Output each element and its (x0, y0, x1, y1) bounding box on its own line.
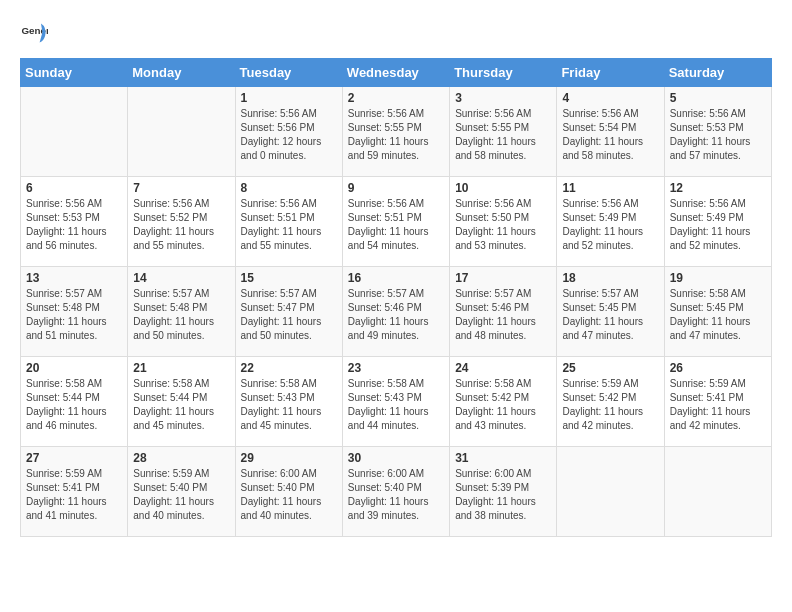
day-number: 8 (241, 181, 337, 195)
day-number: 5 (670, 91, 766, 105)
calendar-cell: 29Sunrise: 6:00 AM Sunset: 5:40 PM Dayli… (235, 447, 342, 537)
cell-info: Sunrise: 6:00 AM Sunset: 5:39 PM Dayligh… (455, 467, 551, 523)
day-number: 20 (26, 361, 122, 375)
calendar-cell: 13Sunrise: 5:57 AM Sunset: 5:48 PM Dayli… (21, 267, 128, 357)
logo-icon: General (20, 20, 48, 48)
day-number: 23 (348, 361, 444, 375)
calendar-cell: 6Sunrise: 5:56 AM Sunset: 5:53 PM Daylig… (21, 177, 128, 267)
cell-info: Sunrise: 5:56 AM Sunset: 5:51 PM Dayligh… (241, 197, 337, 253)
col-header-sunday: Sunday (21, 59, 128, 87)
calendar-cell: 14Sunrise: 5:57 AM Sunset: 5:48 PM Dayli… (128, 267, 235, 357)
day-number: 14 (133, 271, 229, 285)
col-header-monday: Monday (128, 59, 235, 87)
cell-info: Sunrise: 5:56 AM Sunset: 5:52 PM Dayligh… (133, 197, 229, 253)
calendar-cell: 27Sunrise: 5:59 AM Sunset: 5:41 PM Dayli… (21, 447, 128, 537)
cell-info: Sunrise: 5:57 AM Sunset: 5:48 PM Dayligh… (133, 287, 229, 343)
calendar-cell: 20Sunrise: 5:58 AM Sunset: 5:44 PM Dayli… (21, 357, 128, 447)
calendar-table: SundayMondayTuesdayWednesdayThursdayFrid… (20, 58, 772, 537)
cell-info: Sunrise: 5:58 AM Sunset: 5:44 PM Dayligh… (26, 377, 122, 433)
calendar-cell (21, 87, 128, 177)
calendar-cell: 25Sunrise: 5:59 AM Sunset: 5:42 PM Dayli… (557, 357, 664, 447)
logo: General (20, 20, 52, 48)
day-number: 25 (562, 361, 658, 375)
day-number: 4 (562, 91, 658, 105)
calendar-cell: 23Sunrise: 5:58 AM Sunset: 5:43 PM Dayli… (342, 357, 449, 447)
day-number: 3 (455, 91, 551, 105)
day-number: 26 (670, 361, 766, 375)
day-number: 1 (241, 91, 337, 105)
day-number: 21 (133, 361, 229, 375)
day-number: 19 (670, 271, 766, 285)
week-row-4: 20Sunrise: 5:58 AM Sunset: 5:44 PM Dayli… (21, 357, 772, 447)
cell-info: Sunrise: 5:56 AM Sunset: 5:51 PM Dayligh… (348, 197, 444, 253)
calendar-cell (557, 447, 664, 537)
calendar-cell: 7Sunrise: 5:56 AM Sunset: 5:52 PM Daylig… (128, 177, 235, 267)
cell-info: Sunrise: 5:56 AM Sunset: 5:53 PM Dayligh… (26, 197, 122, 253)
calendar-cell: 2Sunrise: 5:56 AM Sunset: 5:55 PM Daylig… (342, 87, 449, 177)
calendar-cell (664, 447, 771, 537)
calendar-cell: 5Sunrise: 5:56 AM Sunset: 5:53 PM Daylig… (664, 87, 771, 177)
cell-info: Sunrise: 5:58 AM Sunset: 5:45 PM Dayligh… (670, 287, 766, 343)
calendar-cell: 21Sunrise: 5:58 AM Sunset: 5:44 PM Dayli… (128, 357, 235, 447)
cell-info: Sunrise: 5:57 AM Sunset: 5:45 PM Dayligh… (562, 287, 658, 343)
col-header-saturday: Saturday (664, 59, 771, 87)
day-number: 28 (133, 451, 229, 465)
cell-info: Sunrise: 5:56 AM Sunset: 5:54 PM Dayligh… (562, 107, 658, 163)
week-row-2: 6Sunrise: 5:56 AM Sunset: 5:53 PM Daylig… (21, 177, 772, 267)
calendar-cell: 22Sunrise: 5:58 AM Sunset: 5:43 PM Dayli… (235, 357, 342, 447)
calendar-cell: 1Sunrise: 5:56 AM Sunset: 5:56 PM Daylig… (235, 87, 342, 177)
col-header-thursday: Thursday (450, 59, 557, 87)
cell-info: Sunrise: 5:56 AM Sunset: 5:53 PM Dayligh… (670, 107, 766, 163)
day-number: 6 (26, 181, 122, 195)
day-number: 13 (26, 271, 122, 285)
day-number: 9 (348, 181, 444, 195)
col-header-friday: Friday (557, 59, 664, 87)
cell-info: Sunrise: 5:56 AM Sunset: 5:49 PM Dayligh… (670, 197, 766, 253)
cell-info: Sunrise: 5:57 AM Sunset: 5:46 PM Dayligh… (348, 287, 444, 343)
cell-info: Sunrise: 5:56 AM Sunset: 5:56 PM Dayligh… (241, 107, 337, 163)
cell-info: Sunrise: 5:57 AM Sunset: 5:48 PM Dayligh… (26, 287, 122, 343)
page-header: General (20, 20, 772, 48)
calendar-cell: 24Sunrise: 5:58 AM Sunset: 5:42 PM Dayli… (450, 357, 557, 447)
cell-info: Sunrise: 6:00 AM Sunset: 5:40 PM Dayligh… (241, 467, 337, 523)
cell-info: Sunrise: 5:56 AM Sunset: 5:55 PM Dayligh… (348, 107, 444, 163)
cell-info: Sunrise: 5:57 AM Sunset: 5:46 PM Dayligh… (455, 287, 551, 343)
week-row-3: 13Sunrise: 5:57 AM Sunset: 5:48 PM Dayli… (21, 267, 772, 357)
day-number: 22 (241, 361, 337, 375)
day-number: 7 (133, 181, 229, 195)
calendar-cell: 19Sunrise: 5:58 AM Sunset: 5:45 PM Dayli… (664, 267, 771, 357)
calendar-cell: 28Sunrise: 5:59 AM Sunset: 5:40 PM Dayli… (128, 447, 235, 537)
calendar-cell: 31Sunrise: 6:00 AM Sunset: 5:39 PM Dayli… (450, 447, 557, 537)
day-number: 16 (348, 271, 444, 285)
day-number: 17 (455, 271, 551, 285)
day-number: 10 (455, 181, 551, 195)
cell-info: Sunrise: 5:58 AM Sunset: 5:43 PM Dayligh… (241, 377, 337, 433)
cell-info: Sunrise: 5:59 AM Sunset: 5:41 PM Dayligh… (26, 467, 122, 523)
cell-info: Sunrise: 5:59 AM Sunset: 5:41 PM Dayligh… (670, 377, 766, 433)
calendar-cell: 26Sunrise: 5:59 AM Sunset: 5:41 PM Dayli… (664, 357, 771, 447)
cell-info: Sunrise: 6:00 AM Sunset: 5:40 PM Dayligh… (348, 467, 444, 523)
day-number: 29 (241, 451, 337, 465)
col-header-tuesday: Tuesday (235, 59, 342, 87)
cell-info: Sunrise: 5:56 AM Sunset: 5:55 PM Dayligh… (455, 107, 551, 163)
cell-info: Sunrise: 5:58 AM Sunset: 5:43 PM Dayligh… (348, 377, 444, 433)
calendar-cell: 15Sunrise: 5:57 AM Sunset: 5:47 PM Dayli… (235, 267, 342, 357)
calendar-cell: 11Sunrise: 5:56 AM Sunset: 5:49 PM Dayli… (557, 177, 664, 267)
week-row-1: 1Sunrise: 5:56 AM Sunset: 5:56 PM Daylig… (21, 87, 772, 177)
calendar-cell: 10Sunrise: 5:56 AM Sunset: 5:50 PM Dayli… (450, 177, 557, 267)
day-number: 15 (241, 271, 337, 285)
day-number: 31 (455, 451, 551, 465)
calendar-cell: 4Sunrise: 5:56 AM Sunset: 5:54 PM Daylig… (557, 87, 664, 177)
day-number: 12 (670, 181, 766, 195)
calendar-cell: 12Sunrise: 5:56 AM Sunset: 5:49 PM Dayli… (664, 177, 771, 267)
calendar-cell: 16Sunrise: 5:57 AM Sunset: 5:46 PM Dayli… (342, 267, 449, 357)
cell-info: Sunrise: 5:59 AM Sunset: 5:42 PM Dayligh… (562, 377, 658, 433)
cell-info: Sunrise: 5:58 AM Sunset: 5:42 PM Dayligh… (455, 377, 551, 433)
calendar-cell: 9Sunrise: 5:56 AM Sunset: 5:51 PM Daylig… (342, 177, 449, 267)
day-number: 24 (455, 361, 551, 375)
calendar-cell: 3Sunrise: 5:56 AM Sunset: 5:55 PM Daylig… (450, 87, 557, 177)
day-number: 2 (348, 91, 444, 105)
day-number: 30 (348, 451, 444, 465)
calendar-cell (128, 87, 235, 177)
cell-info: Sunrise: 5:58 AM Sunset: 5:44 PM Dayligh… (133, 377, 229, 433)
